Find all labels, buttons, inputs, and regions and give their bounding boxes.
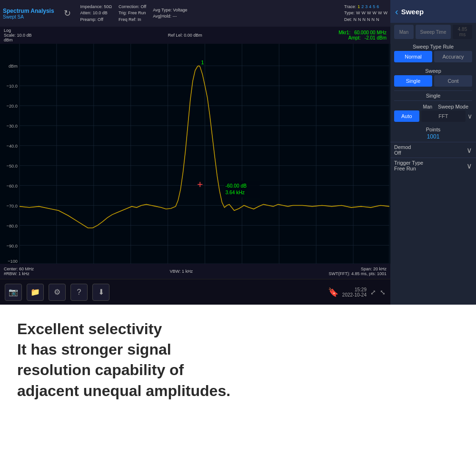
svg-rect-0 [0,44,390,264]
expand-icon[interactable]: ⤢ [370,288,376,296]
refresh-icon[interactable]: ↻ [61,2,74,25]
svg-text:1: 1 [201,60,204,65]
app-title: Spectrum Analysis [3,8,54,14]
sweep-type-rule-label: Sweep Type Rule [390,41,476,51]
accuracy-button[interactable]: Accuracy [434,51,472,62]
bottom-line2: It has stronger signal [17,341,171,358]
bottom-line1: Excellent selectivity [17,320,162,337]
footer-right: Span: 20 kHz SWT(FFT): 4.85 ms, pts: 100… [328,267,387,276]
demod-row[interactable]: Demod Off ∨ [390,142,476,158]
screen-area: Spectrum Analysis Swept SA ↻ Impedance: … [0,0,390,305]
svg-text:−90.0: −90.0 [7,243,18,248]
trigger-arrow-icon[interactable]: ∨ [466,161,472,170]
params-correction: Correction: Off Trig: Free Run Freq Ref:… [119,2,146,25]
panel-title: Sweep [401,8,424,16]
svg-text:−70.0: −70.0 [7,203,18,208]
app-subtitle: Swept SA [3,14,54,20]
instrument-panel: Spectrum Analysis Swept SA ↻ Impedance: … [0,0,476,305]
trace-block: Trace: 1 2 3 4 5 6 Type: WWWWWW Det: NNN… [344,2,387,25]
folder-icon[interactable]: 📁 [27,284,44,301]
toolbar-right: 🔖 15:29 2022-10-24 ⤢ ⤡ [328,287,386,298]
trigger-row[interactable]: Trigger Type Free Run ∨ [390,158,476,173]
header-bar: Spectrum Analysis Swept SA ↻ Impedance: … [0,0,390,27]
man-button[interactable]: Man [394,25,414,39]
marker-block: Mkr1: 60.000 00 MHz Ampt: -2.01 dBm [338,30,387,40]
help-icon[interactable]: ? [70,284,88,301]
fft-value: FFT [421,110,466,122]
sweep-type-rule-buttons: Normal Accuracy [390,51,476,65]
chevron-left-icon[interactable]: ‹ [395,6,398,17]
svg-text:−60.0: −60.0 [7,183,18,188]
sweep-section-label: Sweep [390,65,476,75]
bottom-text-section: Excellent selectivity It has stronger si… [0,305,476,411]
cont-button[interactable]: Cont [434,75,472,87]
params-avg: Avg Type: Voltage Avg|Hold: --- [153,2,187,25]
svg-text:dBm: dBm [9,63,18,69]
sweep-time-row: Man Sweep Time 4.85 ms [390,23,476,41]
svg-text:−100: −100 [8,258,18,264]
points-value: 1001 [390,133,476,142]
sweep-buttons: Single Cont [390,75,476,89]
bottom-line3: resolution capability of [17,361,184,378]
svg-text:−50.0: −50.0 [7,163,18,169]
settings-icon[interactable]: ⚙ [49,284,66,301]
trigger-block: Trigger Type Free Run [394,160,466,171]
footer-left: Center: 60 MHz #RBW: 1 kHz [4,267,34,276]
panel-header: ‹ Sweep [390,0,476,23]
scale-left: Log Scale: 10.0 dB dBm [4,28,32,42]
scale-bar: Log Scale: 10.0 dB dBm Ref Lel: 0.00 dBm… [0,27,390,44]
params-impedance: Impedance: 50Ω Atten: 10.0 dB Preamp: Of… [80,2,112,25]
svg-text:−40.0: −40.0 [7,143,18,149]
svg-text:−80.0: −80.0 [7,223,18,228]
sweep-mode-row: Man Sweep Mode [390,102,476,110]
trigger-value: Free Run [394,166,466,171]
demod-block: Demod Off [394,144,466,156]
auto-mode-button[interactable]: Auto [394,110,419,122]
svg-text:-60.00 dB: -60.00 dB [226,183,247,188]
bottom-line4: adjacent unequal amplitudes. [17,382,230,399]
svg-text:−10.0: −10.0 [7,83,18,89]
collapse-icon[interactable]: ⤡ [380,288,386,296]
sweep-time-value: 4.85 ms [453,25,472,39]
single-button[interactable]: Single [394,75,432,87]
right-panel: ‹ Sweep Man Sweep Time 4.85 ms Sweep Typ… [390,0,476,305]
sweep-mode-title: Sweep Mode [434,104,472,109]
toolbar: 📷 📁 ⚙ ? ⬇ 🔖 15:29 2022-10-24 ⤢ ⤡ [0,279,390,305]
svg-text:−20.0: −20.0 [7,103,18,109]
marker-icon: 🔖 [328,287,338,298]
footer-center: VBW: 1 kHz [34,269,328,274]
fft-chevron-icon[interactable]: ∨ [467,112,472,120]
demod-label: Demod [394,144,466,150]
points-label: Points [390,125,476,133]
plot-area: dBm −10.0 −20.0 −30.0 −40.0 −50.0 −60.0 … [0,44,390,264]
trigger-label: Trigger Type [394,160,466,166]
normal-button[interactable]: Normal [394,51,432,62]
single-btn[interactable]: Single [394,90,472,101]
title-block: Spectrum Analysis Swept SA [3,2,54,25]
demod-arrow-icon[interactable]: ∨ [466,146,472,155]
time-display: 15:29 2022-10-24 [342,287,367,298]
download-icon[interactable]: ⬇ [92,284,109,301]
man-mode-label: Man [394,104,432,109]
ref-level: Ref Lel: 0.00 dBm [41,33,329,38]
fft-row: Auto FFT ∨ [390,110,476,125]
screenshot-icon[interactable]: 📷 [5,284,22,301]
svg-text:3.64 kHz: 3.64 kHz [226,189,245,195]
svg-text:−30.0: −30.0 [7,123,18,129]
footer-bar: Center: 60 MHz #RBW: 1 kHz VBW: 1 kHz Sp… [0,264,390,279]
demod-value: Off [394,150,466,156]
sweep-time-label: Sweep Time [416,25,451,39]
